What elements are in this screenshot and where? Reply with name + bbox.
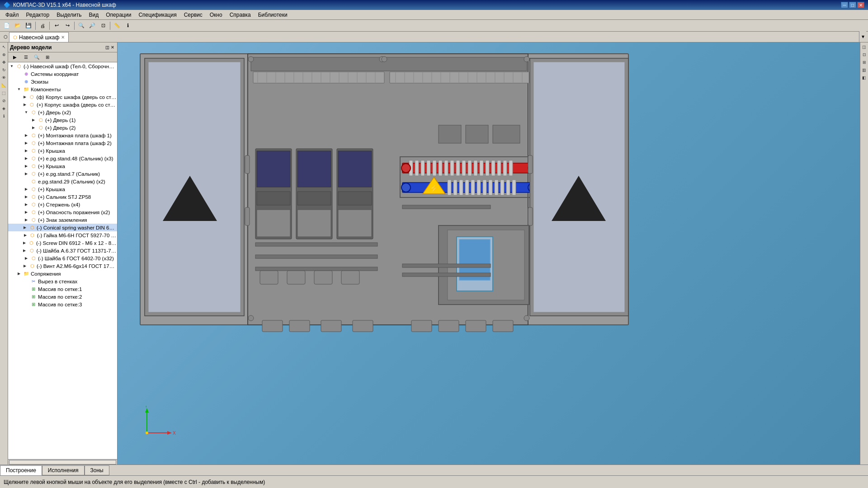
tree-expand-icon[interactable]: ▶ (23, 193, 30, 201)
tree-expand-icon[interactable]: ▶ (23, 170, 30, 178)
tree-container[interactable]: ▼⬡(-) Навесной шкаф (Тел-0, Сборочных ед… (8, 62, 117, 459)
left-btn-render[interactable]: ◈ (0, 105, 8, 112)
tree-item[interactable]: ▶⬡(+) Дверь (2) (8, 124, 117, 131)
toolbar-fit[interactable]: ⊡ (98, 21, 108, 30)
right-btn-1[interactable]: ◫ (861, 43, 868, 51)
menu-file[interactable]: Файл (2, 11, 23, 19)
tree-expand-icon[interactable]: ▶ (22, 232, 29, 239)
left-btn-view[interactable]: 👁 (0, 74, 8, 81)
tree-expand-icon[interactable]: ▶ (23, 163, 30, 170)
menu-operations[interactable]: Операции (102, 11, 135, 19)
tree-item[interactable]: ⬡e.pg.stand.29 (Сальник) (x2) (8, 178, 117, 185)
maximize-button[interactable]: □ (849, 2, 856, 8)
tree-filter[interactable]: ☰ (21, 53, 31, 62)
tree-expand-icon[interactable]: ▼ (23, 109, 30, 116)
tree-expand-all[interactable]: ▶ (10, 53, 20, 62)
tree-search[interactable]: 🔍 (32, 53, 42, 62)
tab-executions[interactable]: Исполнения (42, 465, 85, 475)
tree-expand-icon[interactable] (15, 78, 23, 85)
right-btn-5[interactable]: ◧ (861, 74, 868, 81)
tree-item[interactable]: ▶⬡(+) Стержень (x4) (8, 201, 117, 208)
menu-libraries[interactable]: Библиотеки (255, 11, 291, 19)
tree-item[interactable]: ⊞Массив по сетке:3 (8, 300, 117, 308)
tree-item[interactable]: ✂Вырез в стенках (8, 277, 117, 285)
tree-expand-icon[interactable]: ▶ (23, 209, 30, 216)
tree-item[interactable]: ⊞Массив по сетке:1 (8, 285, 117, 293)
tree-item[interactable]: ▼⬡(+) Дверь (x2) (8, 108, 117, 116)
tab-navshn-shkaf[interactable]: ⬡ Навесной шкаф ✕ (9, 32, 69, 42)
tree-item[interactable]: ▶⬡(+) Опасность поражения (x2) (8, 208, 117, 216)
left-btn-info[interactable]: ℹ (0, 113, 8, 120)
tree-item[interactable]: ▶⬡(+) Монтажная плата (шкаф 2) (8, 139, 117, 147)
viewport[interactable]: ⚡ (118, 42, 860, 465)
tree-expand-icon[interactable] (23, 301, 30, 308)
tab-build[interactable]: Построение (0, 465, 42, 475)
menu-edit[interactable]: Редактор (23, 11, 53, 19)
close-button[interactable]: ✕ (857, 2, 864, 8)
left-btn-zoom[interactable]: ⊕ (0, 51, 8, 58)
tree-item[interactable]: ▼📁Компоненты (8, 85, 117, 93)
left-btn-rotate[interactable]: ↻ (0, 66, 8, 74)
tree-item[interactable]: ▶⬡(-) Шайба А.6.37 ГОСТ 11371-78 (x64) (8, 247, 117, 254)
tab-close-button[interactable]: ✕ (61, 35, 65, 40)
left-btn-pan[interactable]: ✥ (0, 59, 8, 66)
tree-expand-icon[interactable] (23, 178, 30, 185)
tree-item[interactable]: ▶⬡(-) Гайка М6-6Н ГОСТ 5927-70 (x50) (8, 231, 117, 239)
tree-item[interactable]: ⊕Эскизы (8, 78, 117, 85)
menu-specification[interactable]: Спецификация (135, 11, 180, 19)
toolbar-new[interactable]: 📄 (2, 21, 12, 30)
tree-expand-icon[interactable]: ▶ (21, 263, 28, 270)
tree-item[interactable]: ▶⬡(+) Крышка (8, 162, 117, 170)
tree-item[interactable]: ▶⬡(ф) Корпус шкафа (дверь со стекло... (8, 93, 117, 101)
tree-item[interactable]: ▶⬡(+) Знак заземления (8, 216, 117, 224)
tree-expand-icon[interactable]: ▶ (15, 270, 23, 277)
tree-expand-icon[interactable]: ▶ (21, 224, 28, 231)
tree-expand-icon[interactable]: ▶ (23, 201, 30, 208)
tree-expand-icon[interactable] (15, 70, 23, 78)
panel-float-button[interactable]: ◫ (105, 45, 110, 50)
h-scrollbar-track[interactable] (9, 460, 116, 465)
menu-service[interactable]: Сервис (180, 11, 206, 19)
tree-item[interactable]: ▶⬡(-) Винт А2.М6-6gx14 ГОСТ 17473-80 (8, 262, 117, 270)
tree-expand-icon[interactable] (23, 278, 30, 285)
tree-expand-icon[interactable] (23, 293, 30, 300)
tree-item[interactable]: ▼⬡(-) Навесной шкаф (Тел-0, Сборочных ед… (8, 62, 117, 70)
toolbar-zoom-in[interactable]: 🔍 (76, 21, 86, 30)
tree-item[interactable]: ▶⬡(+) Сальник STJ ZP58 (8, 193, 117, 201)
menu-select[interactable]: Выделить (53, 11, 85, 19)
menu-window[interactable]: Окно (206, 11, 226, 19)
tree-item[interactable]: ▶⬡(+) e.pg.stand.7 (Сальник) (8, 170, 117, 178)
tree-expand-icon[interactable]: ▶ (23, 186, 30, 193)
tree-item[interactable]: ▶📁Сопряжения (8, 270, 117, 277)
toolbar-undo[interactable]: ↩ (52, 21, 61, 30)
tree-expand-icon[interactable]: ▶ (23, 147, 30, 155)
tree-expand-icon[interactable]: ▶ (21, 101, 28, 108)
toolbar-properties[interactable]: ℹ (123, 21, 133, 30)
tree-expand-icon[interactable]: ▼ (15, 86, 23, 93)
panel-close-button[interactable]: ✕ (111, 45, 115, 50)
right-btn-4[interactable]: ▥ (861, 66, 868, 74)
left-btn-measure[interactable]: 📐 (0, 82, 8, 89)
tree-item[interactable]: ▶⬡(-) Screw DIN 6912 - M6 x 12 - 8.8 (x4… (8, 239, 117, 247)
tree-item[interactable]: ⊞Массив по сетке:2 (8, 293, 117, 300)
minimize-button[interactable]: ─ (841, 2, 848, 8)
tree-expand-icon[interactable]: ▶ (23, 216, 30, 224)
tree-scrollbar[interactable] (8, 459, 117, 465)
tree-item[interactable]: ▶⬡(+) e.pg.stand.48 (Сальник) (x3) (8, 155, 117, 162)
tree-item[interactable]: ▶⬡(+) Корпус шкафа (дверь со стекло... (8, 101, 117, 108)
menu-help[interactable]: Справка (226, 11, 255, 19)
toolbar-print[interactable]: 🖨 (38, 21, 47, 30)
tree-item[interactable]: ▶⬡(-) Шайба 6 ГОСТ 6402-70 (x32) (8, 254, 117, 262)
tree-view-options[interactable]: ⊞ (42, 53, 52, 62)
tab-zones[interactable]: Зоны (85, 465, 109, 475)
right-btn-2[interactable]: ⊡ (861, 51, 868, 58)
toolbar-open[interactable]: 📂 (13, 21, 23, 30)
tree-expand-icon[interactable] (23, 286, 30, 293)
toolbar-save[interactable]: 💾 (24, 21, 33, 30)
left-btn-cursor[interactable]: ↖ (0, 43, 8, 51)
tree-expand-icon[interactable]: ▶ (23, 140, 30, 147)
toolbar-redo[interactable]: ↪ (62, 21, 72, 30)
tree-item[interactable]: ▶⬡(+) Крышка (8, 185, 117, 193)
tree-expand-icon[interactable]: ▶ (23, 255, 30, 262)
left-btn-select[interactable]: ⬚ (0, 89, 8, 97)
